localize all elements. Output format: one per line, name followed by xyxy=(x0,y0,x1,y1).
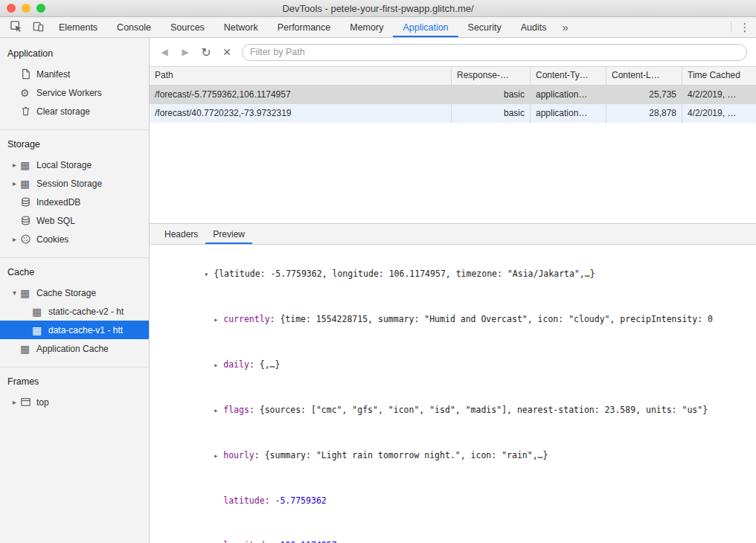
database-icon xyxy=(20,215,34,226)
sidebar-item-clear-storage[interactable]: Clear storage xyxy=(0,102,149,121)
chevron-down-icon[interactable]: ▾ xyxy=(204,267,214,282)
tab-network[interactable]: Network xyxy=(214,17,268,37)
tab-memory[interactable]: Memory xyxy=(340,17,393,37)
tree-key: flags xyxy=(223,405,249,415)
tab-security[interactable]: Security xyxy=(458,17,511,37)
trash-icon xyxy=(20,106,34,117)
more-tabs-icon[interactable]: » xyxy=(556,17,574,37)
table-grid-icon: ▦ xyxy=(20,288,34,298)
sidebar-item-label: Clear storage xyxy=(34,106,90,117)
tree-key: longitude xyxy=(223,540,269,543)
tab-console[interactable]: Console xyxy=(107,17,161,37)
tab-sources[interactable]: Sources xyxy=(161,17,214,37)
tree-summary: : {time: 1554228715, summary: "Humid and… xyxy=(270,314,713,324)
tree-key: latitude xyxy=(223,495,264,506)
cell-path: /forecast/-5.7759362,106.1174957 xyxy=(150,86,452,104)
table-grid-icon: ▦ xyxy=(20,160,34,170)
tab-preview[interactable]: Preview xyxy=(205,224,252,244)
sidebar-item-service-workers[interactable]: ⚙ Service Workers xyxy=(0,83,149,102)
cookie-icon xyxy=(20,234,34,245)
tree-node-hourly[interactable]: ▸hourly: {summary: "Light rain tomorrow … xyxy=(153,433,756,478)
chevron-right-icon[interactable]: ▸ xyxy=(214,449,223,463)
tree-leaf-latitude: latitude: -5.7759362 xyxy=(153,478,756,523)
inspect-cursor-icon xyxy=(10,20,22,35)
tree-node-root[interactable]: ▾{latitude: -5.7759362, longitude: 106.1… xyxy=(153,251,756,297)
sidebar-item-application-cache[interactable]: ▦ Application Cache xyxy=(0,339,149,358)
devtools-window: DevTools - petele-your-first-pwapp.glitc… xyxy=(0,0,756,543)
chevron-down-icon[interactable]: ▾ xyxy=(9,289,20,297)
sidebar-item-indexeddb[interactable]: IndexedDB xyxy=(0,193,149,211)
sidebar-item-label: Local Storage xyxy=(34,160,92,170)
section-title: Cache xyxy=(0,258,149,283)
close-window-button[interactable] xyxy=(7,4,16,13)
sidebar-item-data-cache-v1[interactable]: ▦ data-cache-v1 - htt xyxy=(0,321,149,339)
cell-time-cached: 4/2/2019, … xyxy=(682,86,756,104)
chevron-right-icon[interactable]: ▸ xyxy=(9,235,20,243)
inspect-element-button[interactable] xyxy=(4,17,27,37)
tree-node-currently[interactable]: ▸currently: {time: 1554228715, summary: … xyxy=(153,297,756,342)
tab-performance[interactable]: Performance xyxy=(268,17,341,37)
tab-audits[interactable]: Audits xyxy=(511,17,557,37)
sidebar-item-web-sql[interactable]: Web SQL xyxy=(0,211,149,230)
grid-toolbar: ◀ ▶ ↻ × xyxy=(150,38,756,66)
tabbar-spacer xyxy=(574,17,728,37)
application-sidebar: Application Manifest ⚙ Service Workers C… xyxy=(0,38,150,543)
column-header-time-cached[interactable]: Time Cached xyxy=(682,67,756,85)
sidebar-item-session-storage[interactable]: ▸ ▦ Session Storage xyxy=(0,174,149,193)
column-header-path[interactable]: Path xyxy=(150,67,452,85)
section-storage: Storage ▸ ▦ Local Storage ▸ ▦ Session St… xyxy=(0,130,149,258)
cell-path: /forecast/40.7720232,-73.9732319 xyxy=(150,104,452,123)
cell-content-length: 25,735 xyxy=(606,86,682,104)
tree-value: -5.7759362 xyxy=(275,495,327,506)
chevron-right-icon[interactable]: ▸ xyxy=(9,179,20,187)
chevron-right-icon[interactable]: ▸ xyxy=(214,312,223,327)
section-application: Application Manifest ⚙ Service Workers C… xyxy=(0,39,149,130)
column-header-content-length[interactable]: Content-L… xyxy=(606,67,682,85)
device-toolbar-icon xyxy=(32,20,45,35)
filter-by-path-input[interactable] xyxy=(242,44,747,61)
detail-tabbar: Headers Preview xyxy=(150,223,756,245)
sidebar-item-local-storage[interactable]: ▸ ▦ Local Storage xyxy=(0,155,149,174)
tab-application[interactable]: Application xyxy=(393,17,458,37)
column-header-response-type[interactable]: Response-… xyxy=(452,67,531,85)
minimize-window-button[interactable] xyxy=(22,4,31,13)
table-row[interactable]: /forecast/-5.7759362,106.1174957 basic a… xyxy=(150,86,756,104)
chevron-right-icon[interactable]: ▸ xyxy=(9,398,20,406)
sidebar-item-cookies[interactable]: ▸ Cookies xyxy=(0,230,149,248)
tab-elements[interactable]: Elements xyxy=(49,17,107,37)
table-grid-icon: ▦ xyxy=(32,325,46,335)
sidebar-item-static-cache-v2[interactable]: ▦ static-cache-v2 - ht xyxy=(0,302,149,321)
tab-headers[interactable]: Headers xyxy=(157,224,205,244)
table-row[interactable]: /forecast/40.7720232,-73.9732319 basic a… xyxy=(150,104,756,123)
table-header: Path Response-… Content-Ty… Content-L… T… xyxy=(150,66,756,86)
tree-node-daily[interactable]: ▸daily: {,…} xyxy=(153,342,756,388)
table-grid-icon: ▦ xyxy=(20,344,34,354)
sidebar-item-cache-storage[interactable]: ▾ ▦ Cache Storage xyxy=(0,283,149,302)
clear-icon[interactable]: × xyxy=(218,43,236,61)
column-header-content-type[interactable]: Content-Ty… xyxy=(531,67,606,85)
cell-response-type: basic xyxy=(452,104,531,123)
chevron-right-icon[interactable]: ▸ xyxy=(214,358,223,373)
chevron-right-icon[interactable]: ▸ xyxy=(9,161,20,169)
chevron-right-icon[interactable]: ▸ xyxy=(214,403,223,418)
section-title: Application xyxy=(0,39,149,65)
table-grid-icon: ▦ xyxy=(20,179,34,189)
device-toolbar-button[interactable] xyxy=(27,17,49,37)
refresh-icon[interactable]: ↻ xyxy=(197,43,215,61)
sidebar-item-manifest[interactable]: Manifest xyxy=(0,65,149,83)
sidebar-item-top-frame[interactable]: ▸ top xyxy=(0,393,149,411)
tabbar-divider xyxy=(731,22,731,33)
tree-key: hourly xyxy=(223,450,254,460)
section-cache: Cache ▾ ▦ Cache Storage ▦ static-cache-v… xyxy=(0,258,149,367)
sidebar-item-label: Manifest xyxy=(34,69,70,80)
devtools-menu-icon[interactable]: ⋮ xyxy=(734,17,756,37)
tree-node-flags[interactable]: ▸flags: {sources: ["cmc", "gfs", "icon",… xyxy=(153,388,756,433)
cell-response-type: basic xyxy=(452,86,531,104)
tree-root-summary: {latitude: -5.7759362, longitude: 106.11… xyxy=(214,269,595,279)
forward-icon[interactable]: ▶ xyxy=(176,43,194,61)
sidebar-item-label: static-cache-v2 - ht xyxy=(46,306,124,317)
zoom-window-button[interactable] xyxy=(36,4,45,13)
back-icon[interactable]: ◀ xyxy=(156,43,173,61)
cell-content-type: application… xyxy=(531,86,606,104)
frame-icon xyxy=(20,396,34,408)
